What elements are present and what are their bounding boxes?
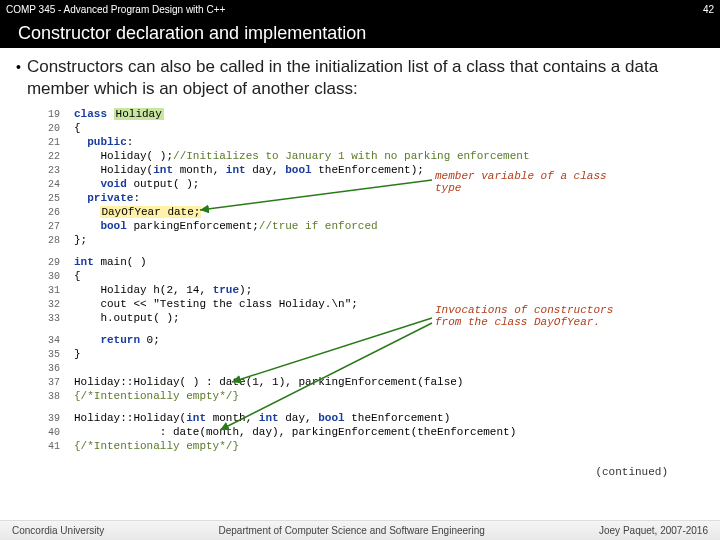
- code-block: 19class Holiday 20{ 21 public: 22 Holida…: [40, 108, 680, 478]
- course-label: COMP 345 - Advanced Program Design with …: [6, 4, 225, 15]
- title-bar: Constructor declaration and implementati…: [0, 18, 720, 48]
- bullet-dot: •: [16, 56, 21, 100]
- footer: Concordia University Department of Compu…: [0, 520, 720, 540]
- continued-label: (continued): [595, 466, 668, 478]
- slide-title: Constructor declaration and implementati…: [18, 23, 366, 44]
- annotation-constructor-call: Invocations of constructors from the cla…: [435, 304, 615, 328]
- svg-line-0: [200, 180, 432, 210]
- slide-number: 42: [703, 4, 714, 15]
- top-bar: COMP 345 - Advanced Program Design with …: [0, 0, 720, 18]
- member-var-date: DayOfYear date;: [100, 206, 201, 218]
- kw-class: class: [74, 108, 114, 120]
- content-area: • Constructors can also be called in the…: [0, 48, 720, 100]
- svg-line-1: [232, 318, 432, 382]
- footer-right: Joey Paquet, 2007-2016: [599, 525, 708, 536]
- footer-center: Department of Computer Science and Softw…: [219, 525, 485, 536]
- footer-left: Concordia University: [12, 525, 104, 536]
- bullet-text: Constructors can also be called in the i…: [27, 56, 704, 100]
- annotation-member-var: member variable of a class type: [435, 170, 615, 194]
- class-name: Holiday: [114, 108, 164, 120]
- bullet-item: • Constructors can also be called in the…: [16, 56, 704, 100]
